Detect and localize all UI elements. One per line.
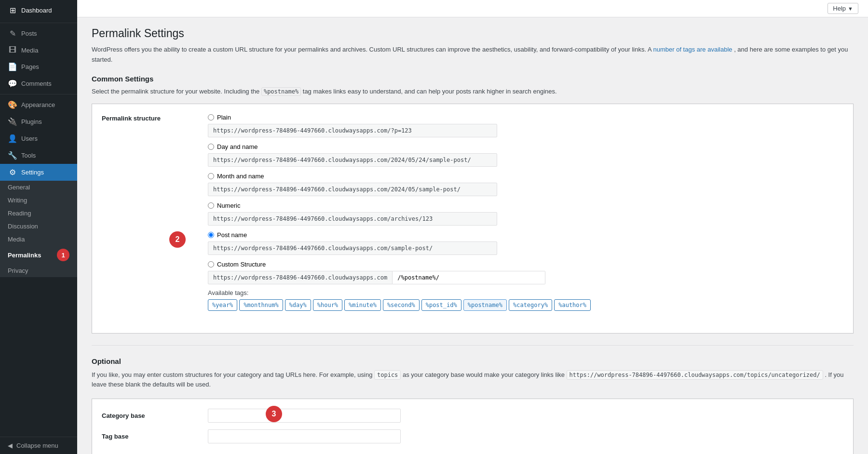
radio-month-name[interactable] (208, 173, 214, 179)
collapse-menu-button[interactable]: ◀ Collapse menu (0, 437, 77, 454)
optional-settings-box: 3 Category base Tag base (92, 399, 854, 454)
custom-url-input[interactable] (393, 271, 545, 284)
media-label: Media (21, 47, 38, 54)
option-numeric: Numeric https://wordpress-784896-4497660… (208, 202, 843, 226)
appearance-icon: 🎨 (8, 100, 17, 109)
opt-desc-2: as your category base would make your ca… (403, 371, 567, 378)
tags-container: %year% %monthnum% %day% %hour% %minute% … (208, 299, 843, 311)
subnav-writing[interactable]: Writing (0, 194, 77, 207)
comments-label: Comments (21, 80, 52, 87)
tag-base-row: Tag base (102, 429, 843, 443)
tag-category[interactable]: %category% (509, 299, 552, 311)
sidebar-item-media[interactable]: 🎞 Media (0, 42, 77, 58)
option-post-name: Post name https://wordpress-784896-44976… (208, 231, 843, 255)
plugins-label: Plugins (21, 118, 42, 125)
radio-month-name-text: Month and name (217, 173, 264, 180)
available-tags-label: Available tags: (208, 289, 843, 296)
tag-base-input[interactable] (208, 429, 401, 443)
subnav-reading[interactable]: Reading (0, 207, 77, 220)
sidebar-item-plugins[interactable]: 🔌 Plugins (0, 113, 77, 130)
common-settings-box: Permalink structure Plain https://wordpr… (92, 104, 854, 334)
nav-divider-mid (0, 94, 77, 94)
plugins-icon: 🔌 (8, 117, 17, 126)
subnav-media[interactable]: Media (0, 233, 77, 246)
radio-numeric[interactable] (208, 202, 214, 209)
custom-structure-row: https://wordpress-784896-4497660.cloudwa… (208, 271, 545, 284)
help-button[interactable]: Help ▼ (827, 3, 858, 14)
sidebar: ⊞ Dashboard ✎ Posts 🎞 Media 📄 Pages 💬 Co… (0, 0, 77, 454)
content-area: Permalink Settings WordPress offers you … (77, 17, 868, 454)
post-name-url: https://wordpress-784896-4497660.cloudwa… (208, 241, 497, 255)
cs-desc-2: tag makes links easy to understand, and … (303, 88, 557, 95)
optional-description: If you like, you may enter custom struct… (92, 370, 854, 390)
radio-custom-label[interactable]: Custom Structure (208, 261, 843, 268)
radio-numeric-text: Numeric (217, 202, 240, 209)
radio-day-name-label[interactable]: Day and name (208, 143, 843, 150)
page-title: Permalink Settings (92, 27, 854, 40)
subnav-discussion[interactable]: Discussion (0, 220, 77, 233)
tag-post-id[interactable]: %post_id% (421, 299, 461, 311)
radio-numeric-label[interactable]: Numeric (208, 202, 843, 209)
tools-label: Tools (21, 152, 36, 159)
radio-plain[interactable] (208, 114, 214, 120)
dashboard-label: Dashboard (21, 7, 52, 14)
users-icon: 👤 (8, 134, 17, 143)
collapse-label: Collapse menu (16, 442, 58, 449)
sidebar-item-comments[interactable]: 💬 Comments (0, 75, 77, 92)
custom-url-prefix: https://wordpress-784896-4497660.cloudwa… (208, 271, 393, 284)
tag-second[interactable]: %second% (383, 299, 420, 311)
sidebar-item-tools[interactable]: 🔧 Tools (0, 147, 77, 164)
radio-custom-text: Custom Structure (217, 261, 266, 268)
radio-post-name[interactable] (208, 232, 214, 238)
radio-month-name-label[interactable]: Month and name (208, 173, 843, 180)
sidebar-item-posts[interactable]: ✎ Posts (0, 25, 77, 42)
appearance-label: Appearance (21, 101, 55, 108)
sidebar-item-settings[interactable]: ⚙ Settings (0, 164, 77, 181)
radio-day-name[interactable] (208, 144, 214, 150)
postname-tag: %postname% (261, 87, 301, 96)
optional-url: https://wordpress-784896-4497660.cloudwa… (567, 370, 823, 380)
subnav-privacy[interactable]: Privacy (0, 264, 77, 277)
radio-post-name-label[interactable]: Post name (208, 231, 843, 239)
month-name-url: https://wordpress-784896-4497660.cloudwa… (208, 183, 497, 196)
permalink-options: Plain https://wordpress-784896-4497660.c… (208, 114, 843, 317)
radio-plain-label[interactable]: Plain (208, 114, 843, 121)
dashboard-icon: ⊞ (8, 6, 17, 15)
collapse-icon: ◀ (8, 442, 13, 449)
tags-available-link[interactable]: number of tags are available (653, 46, 732, 53)
tag-base-label: Tag base (102, 433, 208, 440)
section-divider (92, 345, 854, 346)
optional-title: Optional (92, 357, 854, 365)
help-arrow: ▼ (848, 6, 853, 12)
option-month-name: Month and name https://wordpress-784896-… (208, 173, 843, 196)
dashboard-nav-item[interactable]: ⊞ Dashboard (0, 0, 77, 21)
permalink-structure-label: Permalink structure (102, 114, 208, 122)
settings-label: Settings (21, 169, 44, 176)
topics-code: topics (374, 370, 401, 380)
tag-author[interactable]: %author% (554, 299, 591, 311)
settings-sub-nav: General Writing Reading Discussion Media… (0, 181, 77, 277)
radio-plain-text: Plain (217, 114, 231, 121)
cs-desc-1: Select the permalink structure for your … (92, 88, 261, 95)
tag-minute[interactable]: %minute% (344, 299, 381, 311)
badge-3: 3 (266, 406, 282, 422)
radio-post-name-text: Post name (217, 231, 247, 239)
sidebar-item-appearance[interactable]: 🎨 Appearance (0, 96, 77, 113)
tag-postname[interactable]: %postname% (463, 299, 507, 311)
tag-day[interactable]: %day% (285, 299, 311, 311)
subnav-permalinks-label: Permalinks (8, 252, 41, 259)
radio-day-name-text: Day and name (217, 143, 258, 150)
sidebar-item-users[interactable]: 👤 Users (0, 130, 77, 147)
pages-label: Pages (21, 63, 39, 70)
tag-hour[interactable]: %hour% (313, 299, 342, 311)
option-custom-structure: Custom Structure https://wordpress-78489… (208, 261, 843, 311)
category-base-input[interactable] (208, 409, 401, 423)
subnav-general[interactable]: General (0, 181, 77, 194)
subnav-permalinks[interactable]: Permalinks 1 (0, 246, 77, 264)
tag-monthnum[interactable]: %monthnum% (239, 299, 283, 311)
common-settings-description: Select the permalink structure for your … (92, 88, 854, 95)
category-base-label: Category base (102, 412, 208, 419)
sidebar-item-pages[interactable]: 📄 Pages (0, 58, 77, 75)
tag-year[interactable]: %year% (208, 299, 237, 311)
radio-custom[interactable] (208, 261, 214, 267)
